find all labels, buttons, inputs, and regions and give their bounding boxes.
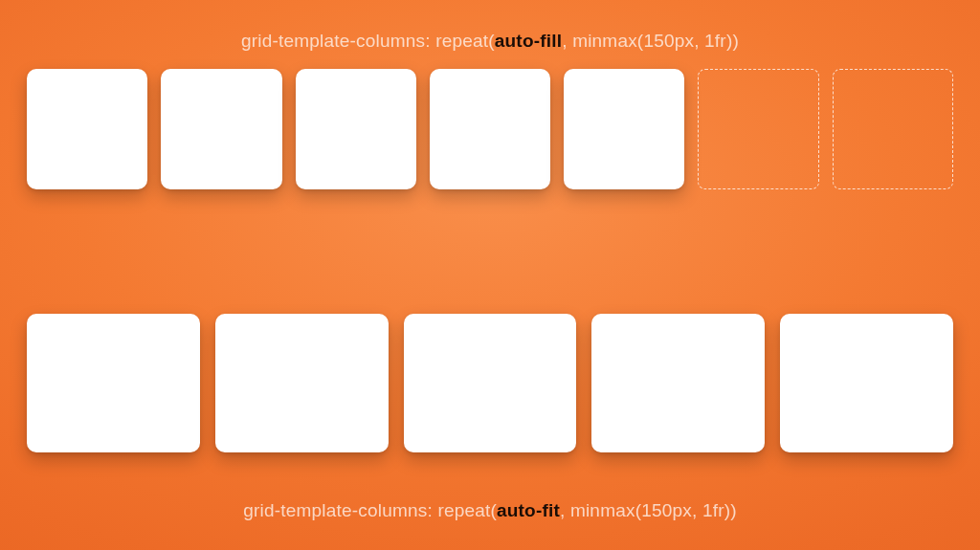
auto-fill-ghost-track xyxy=(833,69,953,189)
auto-fit-label-prefix: grid-template-columns: repeat( xyxy=(243,500,497,520)
auto-fill-grid xyxy=(27,69,953,189)
auto-fit-keyword: auto-fit xyxy=(497,500,560,520)
auto-fit-grid xyxy=(27,314,953,452)
auto-fill-card xyxy=(161,69,281,189)
auto-fill-card xyxy=(564,69,684,189)
auto-fit-card xyxy=(404,314,577,452)
auto-fill-card xyxy=(430,69,550,189)
auto-fill-ghost-track xyxy=(698,69,818,189)
auto-fill-card xyxy=(27,69,147,189)
auto-fit-label-suffix: , minmax(150px, 1fr)) xyxy=(560,500,737,520)
auto-fill-row xyxy=(27,69,953,189)
auto-fit-row xyxy=(27,314,953,452)
auto-fit-card xyxy=(780,314,953,452)
auto-fit-card xyxy=(215,314,389,452)
auto-fit-card xyxy=(591,314,765,452)
auto-fill-label-suffix: , minmax(150px, 1fr)) xyxy=(562,31,739,51)
auto-fit-card xyxy=(27,314,200,452)
auto-fill-label-prefix: grid-template-columns: repeat( xyxy=(241,31,495,51)
auto-fill-label: grid-template-columns: repeat(auto-fill,… xyxy=(0,31,980,52)
auto-fill-card xyxy=(296,69,416,189)
auto-fit-label: grid-template-columns: repeat(auto-fit, … xyxy=(0,500,980,521)
auto-fill-keyword: auto-fill xyxy=(495,31,562,51)
